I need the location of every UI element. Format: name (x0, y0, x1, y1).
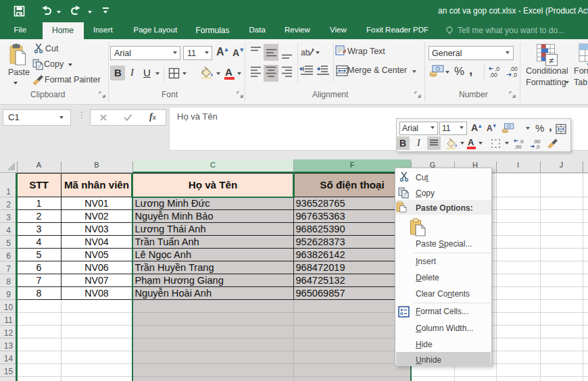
svg-text:NV07: NV07 (84, 275, 109, 286)
svg-text:NV05: NV05 (84, 249, 109, 260)
svg-text:Mã nhân viên: Mã nhân viên (64, 179, 129, 190)
svg-text:Trần Huyền Trang: Trần Huyền Trang (135, 262, 214, 273)
svg-text:8: 8 (6, 277, 11, 286)
svg-text:5: 5 (36, 249, 42, 260)
svg-text:14: 14 (4, 354, 14, 363)
svg-text:11: 11 (4, 315, 13, 325)
svg-text:B: B (94, 161, 99, 169)
svg-text:Nguyễn Minh Bảo: Nguyễn Minh Bảo (135, 211, 214, 222)
svg-text:.0: .0 (512, 72, 517, 78)
svg-text:NV06: NV06 (84, 262, 109, 273)
svg-text:NV02: NV02 (84, 211, 109, 222)
svg-text:952628373: 952628373 (296, 236, 345, 247)
svg-text:J: J (560, 161, 564, 169)
svg-text:Lê Ngọc Anh: Lê Ngọc Anh (135, 249, 192, 260)
svg-text:Số điện thoại: Số điện thoại (320, 179, 384, 190)
svg-text:7: 7 (36, 275, 42, 286)
svg-text:Nguyễn Hoài Anh: Nguyễn Hoài Anh (135, 288, 212, 299)
svg-text:.00: .00 (489, 72, 497, 78)
svg-text:Họ và Tên: Họ và Tên (189, 179, 238, 190)
svg-text:968625390: 968625390 (296, 224, 345, 234)
svg-text:3: 3 (6, 213, 11, 222)
svg-text:6: 6 (6, 251, 11, 261)
svg-text:I: I (517, 161, 519, 169)
svg-text:1: 1 (36, 198, 42, 209)
svg-text:C: C (210, 161, 216, 169)
svg-text:ab: ab (301, 48, 310, 57)
svg-text:13: 13 (4, 341, 14, 351)
svg-text:NV04: NV04 (84, 236, 109, 247)
svg-text:2: 2 (6, 200, 11, 209)
svg-text:4: 4 (6, 226, 11, 235)
svg-text:1: 1 (6, 187, 11, 197)
svg-text:A: A (36, 161, 42, 169)
svg-text:Lương Thái Anh: Lương Thái Anh (135, 224, 206, 234)
svg-text:9: 9 (6, 290, 11, 299)
svg-text:7: 7 (6, 264, 11, 274)
svg-text:2: 2 (36, 211, 42, 222)
svg-text:6: 6 (36, 262, 42, 273)
svg-text:Lương Minh Đức: Lương Minh Đức (135, 198, 210, 209)
svg-text:936528765: 936528765 (296, 198, 345, 209)
svg-text:8: 8 (36, 288, 42, 299)
svg-text:≠: ≠ (549, 55, 554, 66)
svg-text:.0: .0 (535, 144, 540, 149)
svg-text:.00: .00 (514, 144, 522, 149)
svg-text:965069857: 965069857 (296, 288, 345, 299)
svg-text:968472019: 968472019 (296, 262, 345, 273)
svg-text:10: 10 (4, 303, 14, 312)
svg-text:964725132: 964725132 (296, 275, 345, 286)
svg-text:963826142: 963826142 (296, 249, 345, 260)
svg-text:3: 3 (36, 224, 42, 234)
svg-text:NV08: NV08 (84, 288, 109, 299)
svg-text:NV03: NV03 (84, 224, 109, 234)
svg-text:Phạm Hương Giang: Phạm Hương Giang (135, 275, 224, 286)
svg-text:NV01: NV01 (84, 198, 109, 209)
svg-text:15: 15 (4, 367, 14, 376)
svg-text:STT: STT (29, 179, 49, 190)
svg-text:4: 4 (36, 236, 42, 247)
svg-text:967635363: 967635363 (296, 211, 345, 222)
svg-text:5: 5 (6, 238, 11, 248)
svg-text:12: 12 (4, 328, 14, 338)
svg-text:Trần Tuấn Anh: Trần Tuấn Anh (135, 236, 199, 247)
svg-text:F: F (350, 161, 355, 169)
